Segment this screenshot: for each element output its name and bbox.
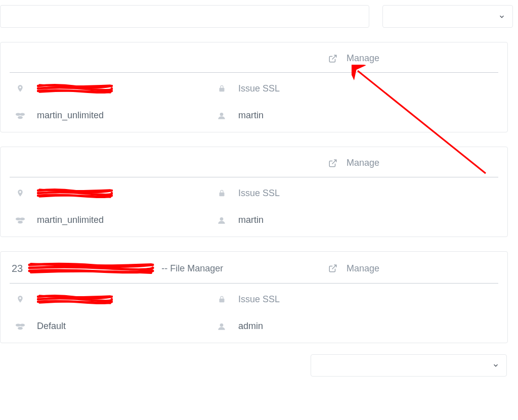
user-value: martin	[238, 215, 264, 225]
search-input[interactable]	[0, 5, 369, 28]
redacted-domain	[37, 83, 113, 94]
issue-ssl-link[interactable]: Issue SSL	[238, 294, 280, 305]
manage-label: Manage	[347, 158, 379, 168]
chevron-down-icon	[492, 362, 499, 369]
svg-point-15	[20, 323, 25, 326]
svg-line-6	[332, 160, 336, 164]
lock-icon	[216, 84, 227, 93]
redacted-title	[28, 262, 154, 275]
domain-card: Manage	[0, 42, 508, 132]
manage-link[interactable]: Manage	[328, 53, 379, 64]
card-title-suffix: -- File Manager	[161, 263, 223, 274]
svg-point-4	[18, 116, 23, 119]
manage-link[interactable]: Manage	[328, 263, 379, 274]
user-value: martin	[238, 110, 264, 121]
lock-icon	[216, 295, 227, 304]
svg-point-14	[16, 323, 21, 326]
issue-ssl-link[interactable]: Issue SSL	[238, 83, 280, 94]
package-value: martin_unlimited	[37, 215, 104, 225]
user-icon	[216, 322, 227, 331]
card-title: 23 -- File Manager	[12, 262, 223, 275]
redacted-domain	[37, 294, 113, 305]
manage-label: Manage	[347, 263, 379, 274]
package-icon	[15, 322, 26, 331]
package-icon	[15, 216, 26, 225]
svg-point-10	[18, 220, 23, 223]
svg-point-8	[16, 217, 21, 220]
chevron-down-icon	[498, 13, 505, 20]
package-value: Default	[37, 321, 66, 332]
manage-label: Manage	[347, 53, 379, 64]
svg-point-17	[220, 323, 224, 327]
external-link-icon	[328, 264, 337, 273]
card-id: 23	[12, 263, 23, 274]
svg-point-16	[18, 326, 23, 330]
domain-card: 23 -- File Manager Manage	[0, 251, 508, 343]
user-value: admin	[238, 321, 263, 332]
manage-link[interactable]: Manage	[328, 158, 379, 168]
filter-dropdown[interactable]	[382, 5, 513, 28]
external-link-icon	[328, 159, 337, 168]
user-icon	[216, 216, 227, 225]
svg-point-7	[19, 191, 21, 193]
map-marker-icon	[15, 188, 26, 198]
svg-point-9	[20, 217, 25, 220]
svg-line-0	[332, 55, 336, 59]
map-marker-icon	[15, 294, 26, 304]
package-value: martin_unlimited	[37, 110, 104, 121]
pagination-dropdown[interactable]	[311, 354, 507, 377]
svg-point-3	[20, 113, 25, 116]
svg-point-1	[19, 86, 21, 88]
map-marker-icon	[15, 83, 26, 94]
lock-icon	[216, 189, 227, 198]
svg-point-2	[16, 113, 21, 116]
issue-ssl-link[interactable]: Issue SSL	[238, 188, 280, 199]
package-icon	[15, 111, 26, 120]
external-link-icon	[328, 54, 337, 63]
svg-point-5	[220, 113, 224, 116]
user-icon	[216, 111, 227, 120]
svg-point-11	[220, 217, 224, 221]
svg-point-13	[19, 297, 21, 299]
domain-card: Manage	[0, 147, 508, 237]
redacted-domain	[37, 188, 113, 199]
svg-line-12	[332, 265, 336, 269]
